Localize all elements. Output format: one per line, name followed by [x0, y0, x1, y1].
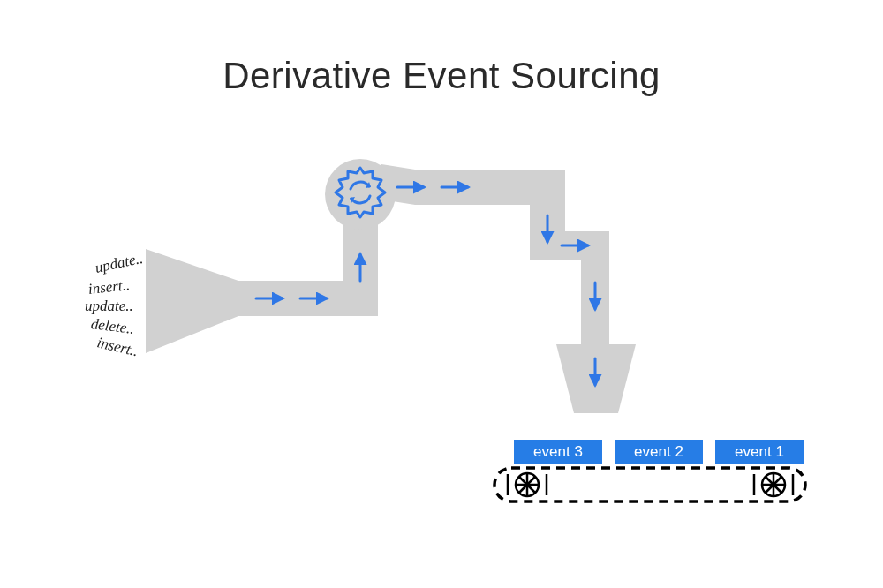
diagram-svg	[0, 0, 883, 588]
svg-marker-4	[381, 164, 415, 205]
svg-rect-5	[415, 170, 530, 205]
pipe-shape	[146, 159, 636, 413]
conveyor-belt	[494, 468, 805, 501]
svg-rect-19	[494, 468, 805, 501]
svg-marker-0	[146, 249, 238, 353]
